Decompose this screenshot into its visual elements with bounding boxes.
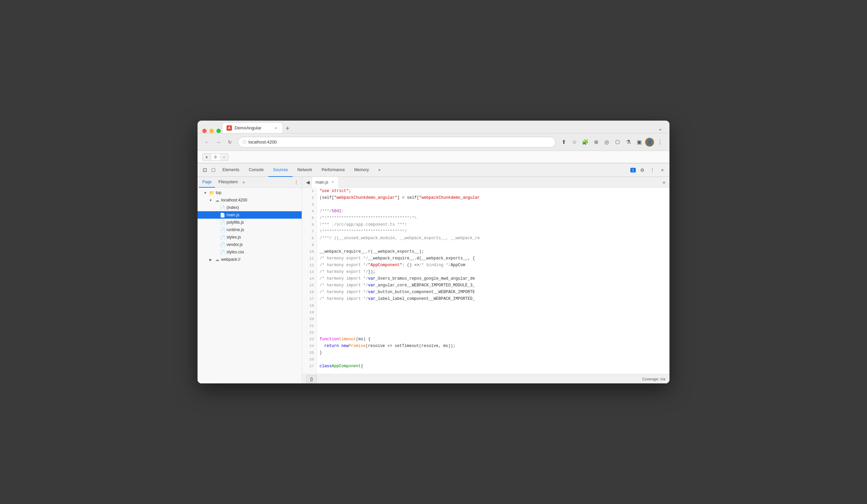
browser-tab[interactable]: A DemoAngular × bbox=[222, 122, 283, 133]
code-line-9 bbox=[320, 242, 670, 248]
devtools-more-button[interactable]: ⋮ bbox=[648, 166, 657, 175]
tab-network[interactable]: Network bbox=[292, 163, 317, 177]
file-tree-panel: Page Filesystem » ⋮ bbox=[197, 177, 302, 383]
browser-window: A DemoAngular × + ⌄ ← → ↻ ⓘ localhost:42… bbox=[197, 121, 670, 383]
traffic-light-yellow[interactable] bbox=[209, 129, 214, 133]
devtools-tabs: ⊡ ☐ Elements Console Sources Network Per… bbox=[197, 163, 670, 177]
editor-tabs: ◀ main.js × « bbox=[302, 177, 670, 188]
tree-item-index[interactable]: 📄 (index) bbox=[197, 204, 302, 211]
extensions-icon[interactable]: 🧩 bbox=[580, 138, 590, 147]
flask-icon[interactable]: ⚗ bbox=[624, 138, 633, 147]
code-line-4: /***/ 5041: bbox=[320, 208, 670, 215]
file-yellow-icon: 📄 bbox=[220, 242, 225, 247]
address-bar[interactable]: ⓘ localhost:4200 bbox=[238, 137, 556, 147]
code-area[interactable]: 1 2 3 4 5 6 7 8 9 10 11 bbox=[302, 188, 670, 374]
browser-nav-bar: + 0 - bbox=[197, 151, 670, 163]
code-line-21 bbox=[320, 322, 670, 329]
cursor-tool-button[interactable]: ⊡ bbox=[200, 166, 209, 175]
code-line-25: } bbox=[320, 349, 670, 356]
tree-item-localhost[interactable]: ▼ ☁ localhost:4200 bbox=[197, 196, 302, 204]
code-line-8: /***/ ((__unused_webpack_module, __webpa… bbox=[320, 235, 670, 242]
editor-collapse-button[interactable]: « bbox=[660, 178, 668, 186]
code-line-5: /*!**********************************!*\ bbox=[320, 215, 670, 221]
tree-item-polyfills[interactable]: 📄 polyfills.js bbox=[197, 219, 302, 226]
file-tree-tab-page[interactable]: Page bbox=[199, 177, 215, 188]
forward-button[interactable]: → bbox=[214, 138, 223, 147]
file-yellow-icon: 📄 bbox=[220, 234, 225, 240]
file-tree-menu-button[interactable]: ⋮ bbox=[292, 178, 300, 186]
code-line-26 bbox=[320, 356, 670, 363]
search-companion-icon[interactable]: ◎ bbox=[602, 138, 611, 147]
share-icon[interactable]: ⬆ bbox=[559, 138, 568, 147]
zoom-minus-button[interactable]: - bbox=[220, 153, 228, 161]
code-line-18 bbox=[320, 302, 670, 309]
editor-tab-main-js[interactable]: main.js × bbox=[312, 177, 339, 188]
devtools: ⊡ ☐ Elements Console Sources Network Per… bbox=[197, 163, 670, 383]
code-line-27: class AppComponent { bbox=[320, 363, 670, 370]
pretty-print-button[interactable]: {} bbox=[306, 375, 317, 383]
traffic-light-green[interactable] bbox=[216, 129, 221, 133]
reload-button[interactable]: ↻ bbox=[225, 138, 235, 147]
chrome-icon[interactable]: ⊕ bbox=[591, 138, 601, 147]
back-button[interactable]: ← bbox=[202, 138, 212, 147]
code-line-20 bbox=[320, 316, 670, 322]
code-line-19 bbox=[320, 309, 670, 316]
devtools-settings-button[interactable]: ⚙ bbox=[638, 166, 646, 175]
file-yellow-icon: 📄 bbox=[220, 220, 225, 225]
navigate-back-button[interactable]: ◀ bbox=[303, 178, 312, 187]
tab-elements[interactable]: Elements bbox=[218, 163, 244, 177]
cloud-icon: ☁ bbox=[214, 197, 220, 203]
angular-icon: A bbox=[226, 125, 232, 131]
more-icon[interactable]: ⋮ bbox=[655, 138, 665, 147]
profile-icon[interactable]: 👤 bbox=[645, 138, 654, 146]
code-editor-panel: ◀ main.js × « 1 2 bbox=[302, 177, 670, 383]
tree-item-webpack[interactable]: ▶ ☁ webpack:// bbox=[197, 256, 302, 263]
device-toolbar-button[interactable]: ☐ bbox=[209, 166, 218, 175]
file-tree-tab-filesystem[interactable]: Filesystem bbox=[215, 177, 241, 188]
file-purple-icon: 📄 bbox=[220, 249, 225, 255]
code-line-17: /* harmony import */ var _label_label_co… bbox=[320, 295, 670, 302]
tab-title: DemoAngular bbox=[235, 125, 261, 130]
zoom-plus-button[interactable]: + bbox=[202, 153, 211, 161]
traffic-light-red[interactable] bbox=[202, 129, 207, 133]
cloud-icon: ☁ bbox=[214, 257, 220, 262]
browser-content: + 0 - ⊡ ☐ Elements Console Sources bbox=[197, 151, 670, 383]
devtools-body: Page Filesystem » ⋮ bbox=[197, 177, 670, 383]
tree-item-styles-css[interactable]: 📄 styles.css bbox=[197, 248, 302, 256]
code-line-3 bbox=[320, 201, 670, 208]
code-line-7: \**********************************/ bbox=[320, 228, 670, 235]
code-line-12: /* harmony export */ "AppComponent": () … bbox=[320, 262, 670, 269]
file-gray-icon: 📄 bbox=[220, 205, 225, 210]
tab-sources[interactable]: Sources bbox=[268, 163, 292, 177]
tab-memory[interactable]: Memory bbox=[350, 163, 374, 177]
tree-item-runtime[interactable]: 📄 runtime.js bbox=[197, 226, 302, 233]
tab-console[interactable]: Console bbox=[244, 163, 268, 177]
file-tree-content: ▼ 📁 top ▼ ☁ localhost:4200 bbox=[197, 188, 302, 383]
tab-performance[interactable]: Performance bbox=[317, 163, 350, 177]
puzzle-icon[interactable]: ⬡ bbox=[613, 138, 622, 147]
editor-statusbar: {} Coverage: n/a bbox=[302, 374, 670, 383]
sidebar-icon[interactable]: ▣ bbox=[634, 138, 644, 147]
bookmark-icon[interactable]: ☆ bbox=[570, 138, 579, 147]
code-line-23: function timeout(ms) { bbox=[320, 336, 670, 343]
devtools-tab-icons: 1 ⚙ ⋮ × bbox=[630, 166, 667, 175]
tab-close-button[interactable]: × bbox=[273, 125, 278, 131]
editor-tab-close-button[interactable]: × bbox=[330, 180, 335, 185]
browser-nav: ← → ↻ bbox=[202, 138, 235, 147]
editor-tab-label: main.js bbox=[315, 180, 328, 185]
code-line-24: return new Promise(resolve => setTimeout… bbox=[320, 343, 670, 349]
tab-more[interactable]: » bbox=[374, 163, 385, 177]
arrow-icon: ▶ bbox=[208, 258, 213, 261]
arrow-icon: ▼ bbox=[208, 198, 213, 202]
expand-button[interactable]: ⌄ bbox=[655, 124, 665, 133]
zoom-value: 0 bbox=[211, 153, 220, 161]
new-tab-button[interactable]: + bbox=[283, 124, 292, 133]
file-tree-more-button[interactable]: » bbox=[241, 180, 246, 185]
tree-item-styles-js[interactable]: 📄 styles.js bbox=[197, 233, 302, 241]
devtools-close-button[interactable]: × bbox=[658, 166, 667, 175]
tree-item-top[interactable]: ▼ 📁 top bbox=[197, 189, 302, 196]
folder-icon: 📁 bbox=[209, 190, 214, 195]
tree-item-vendor[interactable]: 📄 vendor.js bbox=[197, 241, 302, 248]
tree-item-main-js[interactable]: 📄 main.js bbox=[197, 211, 302, 219]
code-line-13: /* harmony export */ }); bbox=[320, 269, 670, 275]
